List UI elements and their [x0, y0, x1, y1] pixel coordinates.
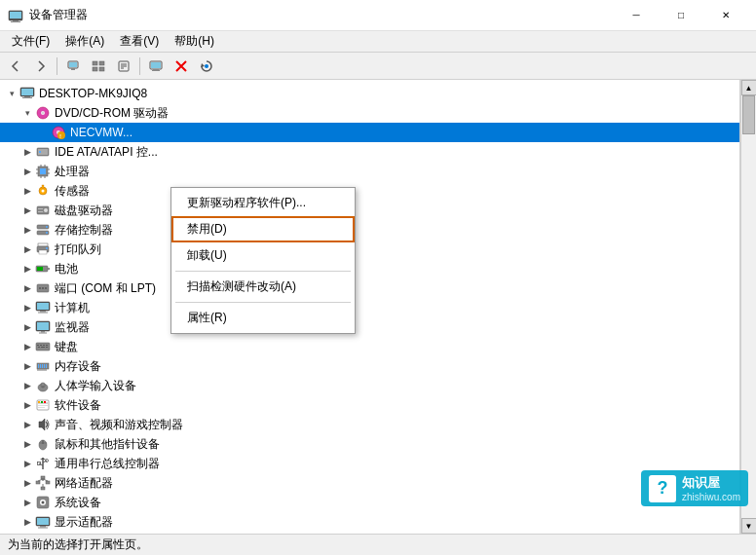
refresh-button[interactable] [195, 56, 218, 77]
label-dvdcd: DVD/CD-ROM 驱动器 [55, 105, 169, 122]
expand-software[interactable]: ▶ [19, 397, 35, 413]
tree-item-print[interactable]: ▶ 打印队列 [0, 240, 739, 259]
scroll-down-arrow[interactable]: ▼ [741, 518, 757, 534]
scroll-up-arrow[interactable]: ▲ [741, 80, 757, 95]
expand-diskdrive[interactable]: ▶ [19, 203, 35, 218]
expand-memory[interactable]: ▶ [19, 358, 35, 374]
icon-sound [35, 417, 51, 432]
expand-com[interactable]: ▶ [19, 280, 35, 296]
expand-sound[interactable]: ▶ [19, 417, 35, 432]
forward-button[interactable] [29, 56, 53, 77]
prop-button[interactable] [112, 56, 135, 77]
context-menu-scan[interactable]: 扫描检测硬件改动(A) [171, 274, 355, 300]
tree-item-software[interactable]: ▶ 软件设备 [0, 395, 739, 415]
label-battery: 电池 [55, 261, 78, 278]
tree-item-desktop[interactable]: ▾ DESKTOP-MK9JIQ8 [0, 84, 739, 103]
menu-action[interactable]: 操作(A) [57, 31, 112, 52]
expand-hid[interactable]: ▶ [19, 378, 35, 393]
svg-point-20 [205, 64, 208, 68]
tree-item-necvmw[interactable]: ! NECVMW... [0, 123, 739, 142]
expand-necvmw[interactable] [35, 125, 51, 140]
expand-desktop[interactable]: ▾ [4, 86, 19, 101]
view-button[interactable] [87, 56, 110, 77]
expand-network[interactable]: ▶ [19, 475, 35, 491]
expand-print[interactable]: ▶ [19, 241, 35, 257]
title-bar-left: 设备管理器 [8, 7, 88, 23]
maximize-button[interactable]: □ [659, 0, 703, 31]
svg-point-50 [44, 208, 48, 212]
menu-file[interactable]: 文件(F) [4, 31, 57, 52]
scroll-thumb[interactable] [742, 95, 755, 134]
tree-item-mouse[interactable]: ▶ 鼠标和其他指针设备 [0, 434, 739, 454]
label-com: 端口 (COM 和 LPT) [55, 280, 156, 297]
menu-help[interactable]: 帮助(H) [167, 31, 222, 52]
label-sensor: 传感器 [55, 183, 90, 200]
expand-storage[interactable]: ▶ [19, 222, 35, 238]
context-menu-disable[interactable]: 禁用(D) [171, 216, 355, 242]
svg-rect-116 [36, 481, 40, 484]
svg-rect-7 [93, 61, 97, 65]
vertical-scrollbar[interactable]: ▲ ▼ [740, 80, 756, 534]
svg-rect-52 [38, 211, 43, 212]
expand-ide[interactable]: ▶ [19, 144, 35, 160]
tree-item-usb[interactable]: ▶ 通用串行总线控制器 [0, 454, 739, 473]
expand-system[interactable]: ▶ [19, 495, 35, 510]
scroll-track[interactable] [741, 95, 756, 518]
tree-panel[interactable]: ▾ DESKTOP-MK9JIQ8 ▾ DVD/C [0, 80, 740, 534]
context-menu-uninstall[interactable]: 卸载(U) [171, 242, 355, 269]
main-container: ▾ DESKTOP-MK9JIQ8 ▾ DVD/C [0, 80, 756, 534]
label-memory: 内存设备 [55, 358, 101, 375]
expand-keyboard[interactable]: ▶ [19, 339, 35, 354]
tree-item-sensor[interactable]: ▶ 传感器 [0, 181, 739, 201]
tree-item-ide[interactable]: ▶ IDE ATA/ATAPI 控... [0, 142, 739, 162]
svg-rect-73 [37, 322, 49, 330]
context-menu-properties[interactable]: 属性(R) [171, 305, 355, 331]
up-button[interactable] [61, 56, 85, 77]
svg-rect-70 [40, 311, 46, 313]
tree-item-display[interactable]: ▶ 显示适配器 [0, 512, 739, 532]
toolbar [0, 53, 756, 80]
expand-display[interactable]: ▶ [19, 514, 35, 530]
svg-line-120 [38, 479, 43, 481]
context-menu-update-driver[interactable]: 更新驱动程序软件(P)... [171, 190, 355, 216]
expand-mouse[interactable]: ▶ [19, 436, 35, 452]
expand-monitor[interactable]: ▶ [19, 319, 35, 335]
context-menu-separator [175, 271, 351, 272]
tree-item-sound[interactable]: ▶ 声音、视频和游戏控制器 [0, 415, 739, 434]
tree-item-battery[interactable]: ▶ 电池 [0, 259, 739, 278]
svg-rect-9 [93, 67, 97, 71]
svg-rect-10 [99, 67, 104, 71]
expand-sensor[interactable]: ▶ [19, 183, 35, 199]
svg-rect-118 [41, 487, 45, 490]
label-mouse: 鼠标和其他指针设备 [55, 436, 160, 453]
expand-battery[interactable]: ▶ [19, 261, 35, 277]
tree-item-system[interactable]: ▶ 系统设备 [0, 493, 739, 512]
expand-computer[interactable]: ▶ [19, 300, 35, 315]
back-button[interactable] [4, 56, 27, 77]
tree-item-computer[interactable]: ▶ 计算机 [0, 298, 739, 317]
expand-processor[interactable]: ▶ [19, 164, 35, 179]
tree-item-memory[interactable]: ▶ 内存设备 [0, 356, 739, 376]
tree-item-monitor[interactable]: ▶ 监视器 [0, 317, 739, 337]
close-button[interactable]: ✕ [703, 0, 748, 31]
monitor-icon-btn[interactable] [144, 56, 168, 77]
delete-button[interactable] [170, 56, 193, 77]
tree-item-storage[interactable]: ▶ 存储控制器 [0, 220, 739, 240]
tree-item-diskdrive[interactable]: ▶ 磁盘驱动器 [0, 201, 739, 220]
tree-item-dvdcd[interactable]: ▾ DVD/CD-ROM 驱动器 [0, 103, 739, 123]
minimize-button[interactable]: ─ [614, 0, 659, 31]
icon-network [35, 475, 51, 491]
context-menu: 更新驱动程序软件(P)... 禁用(D) 卸载(U) 扫描检测硬件改动(A) 属… [170, 187, 356, 334]
tree-item-processor[interactable]: ▶ 处理器 [0, 162, 739, 181]
tree-item-keyboard[interactable]: ▶ 键盘 [0, 337, 739, 356]
svg-rect-85 [38, 364, 39, 368]
expand-dvdcd[interactable]: ▾ [19, 105, 35, 121]
tree-item-network[interactable]: ▶ 网络适配器 [0, 473, 739, 493]
menu-view[interactable]: 查看(V) [112, 31, 167, 52]
expand-usb[interactable]: ▶ [19, 456, 35, 471]
tree-item-com[interactable]: ▶ 端口 (COM 和 LPT) [0, 278, 739, 298]
svg-rect-79 [43, 345, 45, 346]
svg-rect-63 [37, 267, 43, 271]
label-hid: 人体学输入设备 [55, 378, 136, 394]
tree-item-hid[interactable]: ▶ 人体学输入设备 [0, 376, 739, 395]
